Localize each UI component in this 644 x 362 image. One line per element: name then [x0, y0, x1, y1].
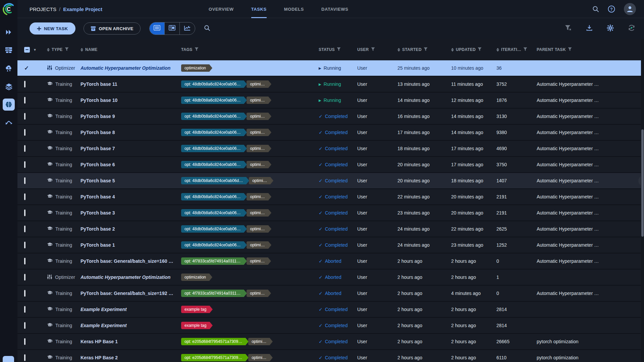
task-row[interactable]: Training PyTorch base 7 opt: 48db0b8a6c8… [17, 141, 644, 157]
tag-chip[interactable]: optimi… [247, 145, 268, 152]
tag-chip[interactable]: optimi… [248, 354, 270, 361]
filter-icon[interactable] [424, 47, 428, 52]
tag-chip[interactable]: optimi… [247, 193, 268, 200]
sort-icon[interactable] [496, 48, 499, 52]
row-checkbox[interactable] [24, 113, 25, 120]
refresh-icon[interactable] [628, 24, 635, 33]
row-checkbox[interactable] [24, 81, 25, 87]
tag-chip[interactable]: opt: 4f7833ca5fd74914a0311… [181, 257, 244, 265]
task-row[interactable]: Training Keras HP Base 2 opt: e205d684f7… [17, 350, 644, 362]
tag-chip[interactable]: optimization [181, 64, 209, 72]
task-row[interactable]: Training PyTorch base 2 opt: 48db0b8a6c8… [17, 221, 644, 237]
scrollbar-thumb[interactable] [641, 129, 644, 237]
task-name[interactable]: Keras HP Base 2 [80, 355, 181, 360]
tag-chip[interactable]: optimi… [247, 290, 268, 297]
tag-chip[interactable]: optimi… [247, 241, 268, 249]
task-row[interactable]: Training PyTorch base 4 opt: 48db0b8a6c8… [17, 189, 644, 205]
sidebar-item-apps[interactable] [3, 62, 15, 74]
column-header-iterations[interactable]: ITERATI… [496, 47, 537, 52]
sort-icon[interactable] [80, 48, 83, 52]
task-name[interactable]: PyTorch base 4 [80, 194, 181, 199]
download-icon[interactable] [586, 24, 593, 33]
sort-icon[interactable] [47, 48, 50, 52]
task-name[interactable]: PyTorch base 7 [80, 146, 181, 151]
tag-chip[interactable]: opt: 48db0b8a6c824ce0ab06… [181, 113, 244, 120]
sidebar-item-dashboard[interactable] [3, 26, 15, 38]
open-archive-button[interactable]: OPEN ARCHIVE [84, 22, 141, 35]
task-row[interactable]: Training PyTorch base 3 opt: 48db0b8a6c8… [17, 205, 644, 221]
row-checkbox[interactable] [24, 177, 25, 184]
column-header-type[interactable]: TYPE [47, 47, 80, 52]
column-header-tags[interactable]: TAGS [181, 47, 319, 52]
tag-chip[interactable]: optimi… [247, 113, 268, 120]
row-checkbox[interactable] [24, 274, 25, 281]
tab-models[interactable]: MODELS [284, 0, 304, 18]
sidebar-item-datasets[interactable] [3, 80, 15, 93]
sidebar-partial-item[interactable] [3, 356, 14, 362]
filter-icon[interactable] [478, 47, 482, 52]
tag-chip[interactable]: opt: e205d684f7954571a7309… [181, 354, 246, 361]
task-row[interactable]: Training PyTorch base 10 opt: 48db0b8a6c… [17, 93, 644, 109]
task-name[interactable]: Automatic Hyperparameter Optimization [80, 275, 181, 280]
clearml-logo[interactable]: C [0, 0, 17, 18]
task-name[interactable]: PyTorch base 1 [80, 242, 181, 248]
sort-icon[interactable] [397, 48, 400, 52]
row-checkbox[interactable] [24, 338, 25, 345]
tag-chip[interactable]: optimi… [249, 177, 270, 184]
sidebar-item-projects[interactable] [3, 99, 15, 111]
user-avatar[interactable] [624, 3, 636, 15]
tag-chip[interactable]: opt: 48db0b8a6c824ce0ab06… [181, 129, 244, 136]
task-row[interactable]: Training PyTorch base: General/batch_siz… [17, 253, 644, 269]
breadcrumb-current-project[interactable]: Example Project [63, 6, 102, 12]
search-icon[interactable] [592, 6, 599, 12]
task-row[interactable]: Training PyTorch base 9 opt: 48db0b8a6c8… [17, 109, 644, 125]
task-row[interactable]: Training PyTorch base: General/batch_siz… [17, 286, 644, 302]
task-row[interactable]: Training PyTorch base 5 opt: 48db0b8a6c8… [17, 173, 644, 189]
tag-chip[interactable]: opt: 48db0b8a6c824ce0ab06… [181, 145, 244, 152]
task-row[interactable]: Training Example Experiment example tag … [17, 302, 644, 318]
tab-overview[interactable]: OVERVIEW [209, 0, 234, 18]
filter-icon[interactable] [65, 47, 69, 52]
task-name[interactable]: Keras HP Base 1 [80, 339, 181, 344]
tag-chip[interactable]: example tag [181, 322, 210, 329]
task-name[interactable]: PyTorch base 3 [80, 210, 181, 216]
filter-icon[interactable] [195, 47, 199, 52]
table-view-button[interactable] [150, 22, 165, 35]
tag-chip[interactable]: optimization [181, 274, 209, 281]
tag-chip[interactable]: opt: 48db0b8a6c824ce0ab06… [181, 225, 244, 233]
chart-view-button[interactable] [180, 22, 195, 35]
filter-icon[interactable] [371, 47, 375, 52]
row-checkbox[interactable] [24, 226, 25, 232]
row-checkbox[interactable] [24, 242, 25, 248]
help-icon[interactable]: ? [608, 5, 615, 13]
select-dropdown-caret[interactable]: ▼ [33, 48, 37, 52]
task-name[interactable]: PyTorch base: General/batch_size=160 Gen… [80, 258, 181, 264]
tag-chip[interactable]: example tag [181, 306, 210, 313]
task-name[interactable]: PyTorch base 10 [80, 98, 181, 103]
task-name[interactable]: Example Experiment [80, 307, 181, 312]
breadcrumb-projects[interactable]: PROJECTS [30, 6, 56, 12]
filter-icon[interactable] [523, 47, 527, 52]
task-name[interactable]: PyTorch base 5 [80, 178, 181, 183]
task-name[interactable]: PyTorch base 6 [80, 162, 181, 167]
task-name[interactable]: PyTorch base: General/batch_size=192 Gen… [80, 291, 181, 296]
sort-icon[interactable] [451, 48, 454, 52]
tag-chip[interactable]: optimi… [247, 225, 268, 233]
settings-icon[interactable] [607, 24, 614, 33]
task-name[interactable]: PyTorch base 2 [80, 226, 181, 232]
filter-icon[interactable] [568, 47, 572, 52]
tag-chip[interactable]: opt: 4f7833ca5fd74914a0311… [181, 290, 244, 297]
task-row[interactable]: Training Example Experiment example tag … [17, 318, 644, 334]
task-row[interactable]: Training Keras HP Base 1 opt: e205d684f7… [17, 334, 644, 350]
tag-chip[interactable]: opt: 48db0b8a6c824ce0ab06… [181, 241, 244, 249]
row-checkbox[interactable] [24, 258, 25, 264]
sidebar-item-queues[interactable] [3, 44, 15, 56]
column-header-status[interactable]: STATUS [319, 47, 357, 52]
column-header-updated[interactable]: UPDATED [451, 47, 496, 52]
row-checkbox[interactable] [24, 97, 25, 104]
row-checkbox[interactable] [24, 290, 25, 297]
split-view-button[interactable] [165, 22, 180, 35]
tag-chip[interactable]: optimi… [247, 97, 268, 104]
filter-icon[interactable] [337, 47, 341, 52]
task-name[interactable]: Example Experiment [80, 323, 181, 328]
